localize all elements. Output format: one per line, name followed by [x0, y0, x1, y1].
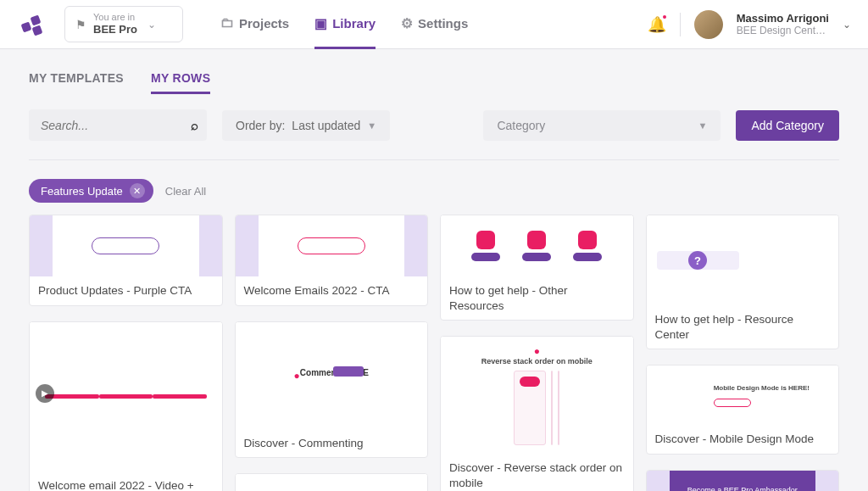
row-card[interactable]: ● Reverse stack order on mobile Discover… — [440, 336, 634, 491]
card-thumbnail — [236, 474, 428, 491]
user-area: 🔔 Massimo Arrigoni BEE Design Cent… ⌄ — [648, 10, 851, 39]
chip-label: Features Update — [41, 185, 123, 198]
row-card[interactable]: Welcome email 2022 - Video + text — [29, 321, 223, 491]
brand-name: BEE Pro — [93, 23, 137, 36]
nav-label: Settings — [418, 16, 468, 31]
row-card[interactable] — [235, 473, 429, 491]
brand-label: You are in — [93, 12, 137, 23]
card-title: Welcome Emails 2022 - CTA — [236, 276, 428, 305]
search-input[interactable] — [41, 119, 191, 132]
svg-rect-0 — [21, 21, 32, 32]
nav-label: Projects — [239, 16, 289, 31]
user-info[interactable]: Massimo Arrigoni BEE Design Cent… — [737, 12, 829, 37]
nav-library[interactable]: ▣ Library — [314, 0, 376, 49]
notification-dot — [661, 14, 668, 20]
orderby-value: Last updated — [292, 119, 360, 132]
search-icon[interactable]: ⌕ — [191, 118, 198, 132]
row-card[interactable]: Mobile Design Mode is HERE! Discover - M… — [646, 365, 840, 455]
card-title: Discover - Commenting — [236, 429, 428, 458]
divider — [680, 13, 681, 36]
user-org: BEE Design Cent… — [737, 25, 829, 36]
tab-my-templates[interactable]: MY TEMPLATES — [29, 64, 124, 94]
card-thumbnail: ? — [647, 215, 839, 305]
orderby-select[interactable]: Order by: Last updated ▼ — [222, 110, 390, 141]
avatar[interactable] — [694, 10, 723, 39]
card-thumbnail — [30, 322, 222, 471]
svg-rect-2 — [32, 25, 43, 36]
nav-label: Library — [332, 16, 376, 31]
controls-row: ⌕ Order by: Last updated ▼ Category ▼ Ad… — [29, 109, 839, 160]
logo[interactable] — [17, 9, 47, 40]
flag-icon: ⚑ — [75, 18, 86, 31]
row-card[interactable]: ? How to get help - Resource Center — [646, 215, 840, 349]
notifications-button[interactable]: 🔔 — [648, 15, 666, 34]
chevron-down-icon: ▼ — [367, 120, 376, 131]
chevron-down-icon: ⌄ — [147, 19, 156, 31]
card-thumbnail: ● Comment in BEE — [236, 322, 428, 429]
card-title: How to get help - Resource Center — [647, 305, 839, 349]
category-select[interactable]: Category ▼ — [483, 110, 721, 141]
row-card[interactable]: Become a BEE Pro Ambassador Earn 20% — [646, 470, 840, 491]
rows-grid: Product Updates - Purple CTA Welcome ema… — [29, 215, 839, 491]
card-thumbnail — [236, 215, 428, 276]
card-title: Discover - Reverse stack order on mobile — [441, 454, 633, 491]
user-name: Massimo Arrigoni — [737, 12, 829, 25]
subtabs: MY TEMPLATES MY ROWS — [29, 64, 839, 94]
filter-chip-features-update[interactable]: Features Update ✕ — [29, 179, 153, 203]
clear-all-button[interactable]: Clear All — [165, 185, 206, 198]
nav-settings[interactable]: ⚙ Settings — [401, 0, 468, 49]
card-thumbnail: Become a BEE Pro Ambassador Earn 20% — [647, 471, 839, 491]
page: MY TEMPLATES MY ROWS ⌕ Order by: Last up… — [0, 49, 868, 491]
tab-my-rows[interactable]: MY ROWS — [151, 64, 210, 94]
search-box[interactable]: ⌕ — [29, 109, 207, 141]
category-placeholder: Category — [497, 119, 545, 132]
close-icon[interactable]: ✕ — [130, 183, 145, 198]
nav-projects[interactable]: 🗀 Projects — [220, 0, 289, 49]
chevron-down-icon[interactable]: ⌄ — [843, 19, 851, 31]
card-title: Discover - Mobile Design Mode — [647, 425, 839, 454]
row-card[interactable]: Product Updates - Purple CTA — [29, 215, 223, 306]
card-title: How to get help - Other Resources — [441, 276, 633, 320]
row-card[interactable]: Welcome Emails 2022 - CTA — [235, 215, 429, 306]
card-thumbnail — [30, 215, 222, 276]
svg-rect-1 — [31, 14, 42, 25]
card-title: Welcome email 2022 - Video + text — [30, 471, 222, 491]
card-thumbnail: ● Reverse stack order on mobile — [441, 337, 633, 454]
card-thumbnail: Mobile Design Mode is HERE! — [647, 365, 839, 425]
row-card[interactable]: How to get help - Other Resources — [440, 215, 634, 321]
orderby-label: Order by: — [236, 119, 285, 132]
row-card[interactable]: ● Comment in BEE Discover - Commenting — [235, 321, 429, 459]
card-title: Product Updates - Purple CTA — [30, 276, 222, 305]
gear-icon: ⚙ — [401, 15, 413, 31]
library-icon: ▣ — [314, 15, 327, 31]
card-thumbnail — [441, 215, 633, 276]
chevron-down-icon: ▼ — [698, 120, 708, 131]
filter-chips: Features Update ✕ Clear All — [29, 179, 839, 203]
topbar: ⚑ You are in BEE Pro ⌄ 🗀 Projects ▣ Libr… — [0, 0, 868, 49]
folder-icon: 🗀 — [220, 15, 234, 31]
add-category-button[interactable]: Add Category — [736, 110, 839, 141]
main-nav: 🗀 Projects ▣ Library ⚙ Settings — [220, 0, 468, 49]
brand-switcher[interactable]: ⚑ You are in BEE Pro ⌄ — [64, 6, 183, 42]
